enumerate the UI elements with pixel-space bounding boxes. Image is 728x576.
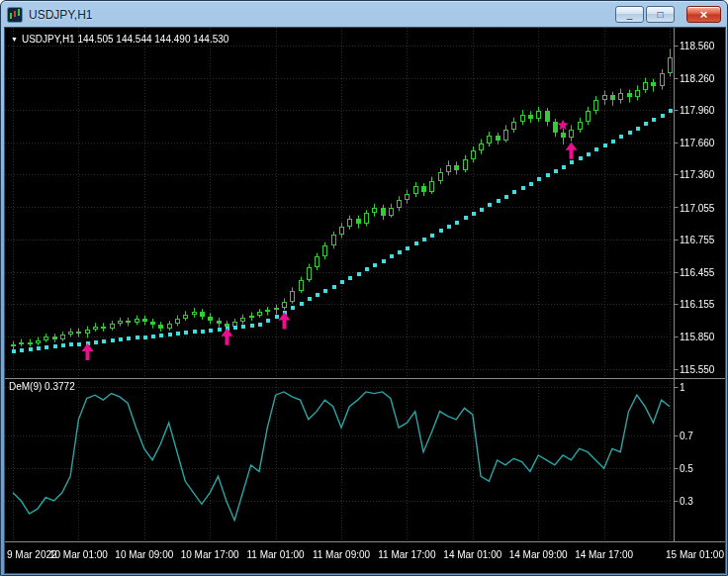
time-tick: 14 Mar 17:00: [575, 549, 633, 560]
ohlc-text: USDJPY,H1 144.505 144.544 144.490 144.53…: [22, 34, 228, 46]
time-tick: 10 Mar 01:00: [49, 549, 108, 560]
indicator-axis[interactable]: 10.70.50.3: [676, 28, 725, 541]
indicator-label: DeM(9) 0.3772: [9, 381, 75, 393]
time-tick: 11 Mar 09:00: [313, 549, 370, 560]
time-tick: 10 Mar 17:00: [181, 549, 239, 560]
minimize-icon: _: [627, 10, 633, 20]
time-tick: 15 Mar 01:00: [666, 549, 724, 560]
maximize-icon: □: [657, 10, 663, 20]
indicator-tick: 0.5: [680, 463, 693, 474]
chart-window-icon: [7, 7, 23, 23]
close-button[interactable]: ×: [686, 6, 721, 23]
close-icon: ×: [700, 10, 708, 20]
time-axis[interactable]: 9 Mar 202210 Mar 01:0010 Mar 09:0010 Mar…: [5, 541, 725, 573]
titlebar[interactable]: USDJPY,H1 _ □ ×: [1, 1, 727, 28]
maximize-button[interactable]: □: [646, 6, 675, 23]
minimize-button[interactable]: _: [615, 6, 644, 23]
window-title: USDJPY,H1: [29, 8, 92, 22]
time-tick: 11 Mar 17:00: [378, 549, 435, 560]
chart-canvas[interactable]: [5, 28, 725, 573]
window-controls: _ □ ×: [615, 6, 721, 23]
time-tick: 10 Mar 09:00: [115, 549, 173, 560]
chart-client-area: ▼ USDJPY,H1 144.505 144.544 144.490 144.…: [5, 28, 725, 573]
time-tick: 14 Mar 09:00: [509, 549, 568, 560]
symbol-ohlc-label: ▼ USDJPY,H1 144.505 144.544 144.490 144.…: [11, 34, 228, 46]
time-tick: 11 Mar 01:00: [247, 549, 305, 560]
indicator-tick: 1: [680, 382, 685, 393]
chart-window: USDJPY,H1 _ □ × ▼ USDJPY,H1 144.505 144.…: [0, 0, 728, 576]
collapse-triangle-icon[interactable]: ▼: [11, 34, 18, 46]
indicator-tick: 0.3: [680, 496, 693, 507]
indicator-tick: 0.7: [680, 431, 693, 441]
time-tick: 14 Mar 01:00: [443, 549, 501, 560]
